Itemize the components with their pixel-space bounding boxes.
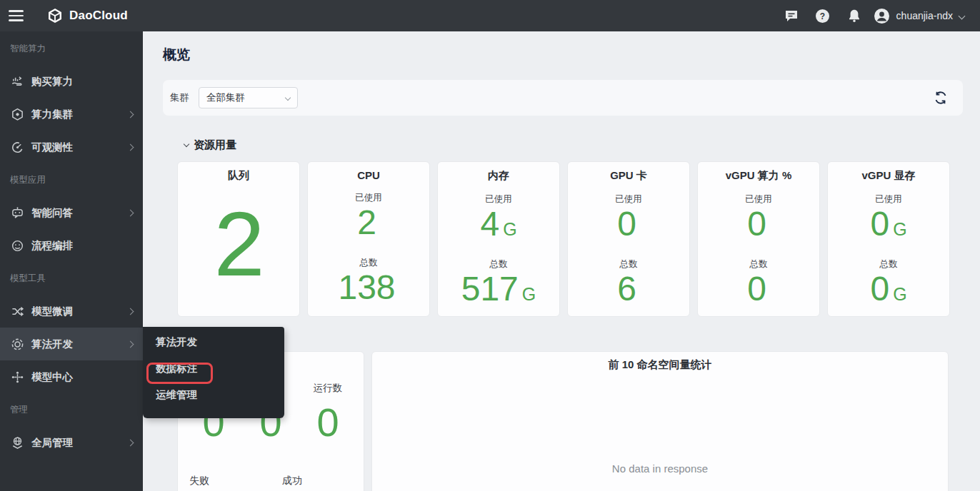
smart-qa-icon <box>11 206 24 220</box>
sidebar-section-management: 管理 <box>0 393 143 426</box>
used-value: 0 <box>568 207 689 241</box>
card-queue: 队列 2 <box>177 161 300 317</box>
card-vgpu-memory: vGPU 显存 已使用 0G 总数 0G <box>827 161 950 317</box>
refresh-button[interactable] <box>933 90 949 106</box>
daocloud-logo-icon <box>47 8 63 24</box>
sidebar-item-compute-cluster[interactable]: 算力集群 <box>0 98 143 131</box>
sidebar-item-algorithm-dev[interactable]: 算法开发 <box>0 328 143 360</box>
sidebar-item-label: 智能问答 <box>31 206 73 220</box>
sidebar-item-label: 流程编排 <box>31 239 73 253</box>
chevron-right-icon <box>127 439 134 446</box>
total-value: 0 <box>698 272 819 306</box>
total-value: 0G <box>828 272 949 306</box>
chat-icon[interactable] <box>779 4 804 28</box>
running-count-label: 运行数 <box>299 382 356 396</box>
topbar: DaoCloud ? chuanjia-ndx <box>0 0 980 31</box>
total-label: 总数 <box>828 258 949 270</box>
task-value: 0 <box>299 400 356 445</box>
algorithm-dev-submenu: 算法开发 数据标注 运维管理 <box>143 327 284 418</box>
sidebar-item-smart-qa[interactable]: 智能问答 <box>0 196 143 229</box>
sidebar-item-label: 模型微调 <box>31 305 73 318</box>
menu-toggle-icon[interactable] <box>9 4 31 27</box>
card-title: GPU 卡 <box>568 169 689 183</box>
chevron-down-icon <box>285 95 291 101</box>
submenu-item-ops-management[interactable]: 运维管理 <box>143 382 284 408</box>
cluster-select[interactable]: 全部集群 <box>199 87 298 108</box>
chart-empty-message: No data in response <box>372 462 948 475</box>
chevron-right-icon <box>127 340 134 348</box>
brand-name: DaoCloud <box>69 9 128 23</box>
sidebar-item-label: 模型中心 <box>31 370 73 384</box>
page-title: 概览 <box>163 46 963 64</box>
section-title: 资源用量 <box>194 138 236 152</box>
total-label: 总数 <box>308 257 429 269</box>
used-label: 已使用 <box>438 193 559 206</box>
notification-bell-icon[interactable] <box>842 4 866 28</box>
svg-text:?: ? <box>820 11 825 21</box>
card-title: vGPU 算力 % <box>698 169 819 183</box>
cluster-select-value: 全部集群 <box>206 91 245 104</box>
total-label: 总数 <box>568 258 689 270</box>
sidebar-item-label: 算力集群 <box>31 108 73 121</box>
sidebar-item-model-finetune[interactable]: 模型微调 <box>0 295 143 328</box>
cluster-filter-bar: 集群 全部集群 <box>163 80 963 116</box>
total-label: 总数 <box>698 258 819 270</box>
card-title: vGPU 显存 <box>828 169 949 183</box>
model-center-icon <box>11 370 24 384</box>
total-value: 6 <box>568 272 689 306</box>
total-value: 138 <box>308 270 429 305</box>
model-finetune-icon <box>11 305 24 318</box>
used-value: 0 <box>698 207 819 241</box>
avatar-icon <box>874 8 890 24</box>
card-title: CPU <box>308 169 429 181</box>
failed-label: 失败 <box>189 475 209 487</box>
sidebar-section-model-tools: 模型工具 <box>0 262 143 295</box>
card-gpu: GPU 卡 已使用 0 总数 6 <box>567 161 690 317</box>
card-title: 内存 <box>438 169 559 183</box>
chevron-right-icon <box>127 143 134 151</box>
sidebar-item-label: 购买算力 <box>31 75 73 88</box>
sidebar-section-smart-compute: 智能算力 <box>0 32 143 65</box>
workflow-icon <box>11 239 24 253</box>
sidebar-item-buy-compute[interactable]: 购买算力 <box>0 65 143 98</box>
used-label: 已使用 <box>828 193 949 206</box>
chart-title: 前 10 命名空间量统计 <box>372 358 948 372</box>
card-cpu: CPU 已使用 2 总数 138 <box>307 161 430 317</box>
help-icon[interactable]: ? <box>811 4 835 28</box>
card-vgpu-compute: vGPU 算力 % 已使用 0 总数 0 <box>697 161 820 317</box>
used-label: 已使用 <box>698 193 819 206</box>
chevron-right-icon <box>127 308 134 315</box>
sidebar-item-label: 可观测性 <box>31 141 73 154</box>
sidebar-item-workflow[interactable]: 流程编排 <box>0 229 143 262</box>
resource-cards: 队列 2 CPU 已使用 2 总数 138 内存 已使用 4G 总数 517G … <box>177 161 950 317</box>
username: chuanjia-ndx <box>896 10 953 21</box>
main-content: 概览 集群 全部集群 资源用量 队列 2 CPU 已使用 <box>143 31 980 491</box>
sidebar-section-model-apps: 模型应用 <box>0 163 143 196</box>
sidebar-item-global-management[interactable]: 全局管理 <box>0 426 143 459</box>
card-title: 队列 <box>178 169 299 183</box>
submenu-item-data-annotation[interactable]: 数据标注 <box>143 355 284 382</box>
observability-icon <box>11 141 24 154</box>
submenu-item-algorithm-dev[interactable]: 算法开发 <box>143 329 284 355</box>
collapse-chevron-icon <box>184 141 189 147</box>
chevron-right-icon <box>127 209 134 216</box>
total-value: 517G <box>438 272 559 306</box>
cluster-filter-label: 集群 <box>170 91 189 104</box>
algorithm-dev-icon <box>11 338 24 351</box>
used-value: 2 <box>308 206 429 240</box>
sidebar: 智能算力 购买算力 算力集群 可观测性 模型应用 智能问答 流程编排 模型工具 … <box>0 31 143 491</box>
sidebar-item-model-center[interactable]: 模型中心 <box>0 360 143 393</box>
sidebar-item-label: 全局管理 <box>31 436 73 450</box>
queue-value: 2 <box>178 198 299 290</box>
used-value: 0G <box>828 207 949 241</box>
sidebar-item-observability[interactable]: 可观测性 <box>0 131 143 163</box>
chevron-down-icon <box>959 12 966 19</box>
resource-usage-section-toggle[interactable]: 资源用量 <box>184 138 950 152</box>
card-memory: 内存 已使用 4G 总数 517G <box>437 161 560 317</box>
sidebar-item-label: 算法开发 <box>31 338 73 351</box>
user-menu[interactable]: chuanjia-ndx <box>874 8 964 24</box>
global-management-icon <box>11 436 24 450</box>
total-label: 总数 <box>438 258 559 270</box>
success-label: 成功 <box>282 475 302 487</box>
brand-logo[interactable]: DaoCloud <box>47 8 128 24</box>
